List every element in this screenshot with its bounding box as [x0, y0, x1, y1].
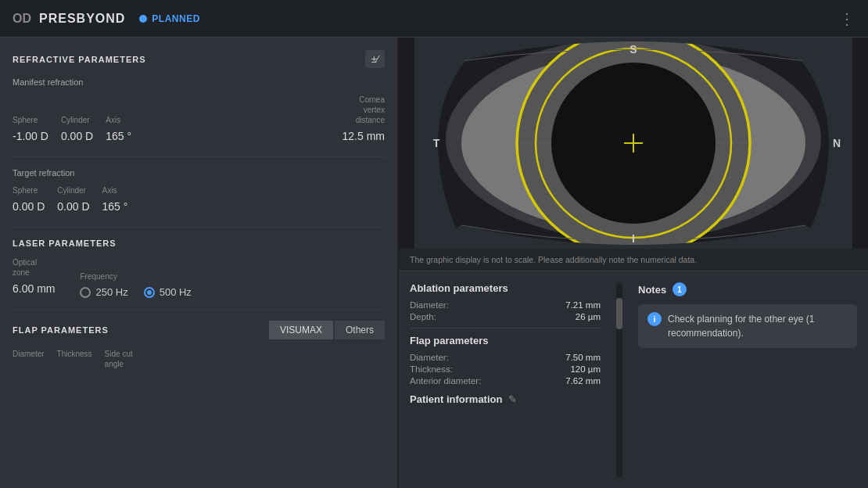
ablation-diameter-value: 7.21 mm [565, 300, 601, 310]
target-cylinder-value: 0.00 D [57, 197, 89, 216]
right-panel: S I T N The graphic display is not to sc… [399, 38, 868, 488]
frequency-group: Frequency 250 Hz 500 Hz [80, 271, 191, 298]
note-card: i Check planning for the other eye (1 re… [638, 304, 857, 348]
flap-side-cut-group: Side cutangle [105, 349, 133, 369]
laser-params-row: Opticalzone 6.00 mm Frequency 250 Hz 500… [13, 257, 385, 298]
eye-note: The graphic display is not to scale. Ple… [399, 249, 868, 271]
tab-visumax[interactable]: VISUMAX [269, 321, 333, 339]
edit-icon[interactable]: ✎ [508, 393, 517, 405]
refractive-toggle-btn[interactable]: ±∕ [365, 50, 385, 68]
flap-thickness-group: Thickness [57, 349, 92, 369]
manifest-sphere-value: -1.00 D [13, 127, 48, 145]
header-status: PLANNED [139, 13, 200, 24]
flap-thickness-label-r: Thickness: [410, 364, 453, 374]
eye-diagram: S I T N [399, 38, 868, 249]
target-cylinder-group: Cylinder 0.00 D [57, 185, 89, 216]
info-area: Ablation parameters Diameter: 7.21 mm De… [399, 271, 868, 488]
patient-info-row: Patient information ✎ [410, 393, 601, 405]
ablation-depth-value: 26 µm [576, 312, 601, 321]
status-dot [139, 15, 147, 23]
ablation-depth-row: Depth: 26 µm [410, 312, 601, 321]
header-od: OD [13, 12, 31, 26]
laser-section-title: LASER PARAMETERS [13, 239, 385, 248]
manifest-refraction-label: Manifest refraction [13, 77, 385, 87]
flap-section: FLAP PARAMETERS VISUMAX Others Diameter … [13, 321, 385, 369]
ablation-section: Ablation parameters Diameter: 7.21 mm De… [410, 282, 601, 477]
flap-diameter-group: Diameter [13, 349, 45, 369]
flap-thickness-label: Thickness [57, 349, 92, 359]
note-text: Check planning for the other eye (1 reco… [668, 312, 848, 340]
target-params-row: Sphere 0.00 D Cylinder 0.00 D Axis 165 ° [13, 185, 385, 216]
target-sphere-group: Sphere 0.00 D [13, 185, 45, 216]
flap-diameter-label-r: Diameter: [410, 353, 449, 362]
optical-zone-group: Opticalzone 6.00 mm [13, 257, 55, 298]
patient-info-label: Patient information [410, 393, 502, 405]
menu-icon[interactable]: ⋮ [839, 9, 855, 28]
refractive-section: REFRACTIVE PARAMETERS ±∕ Manifest refrac… [13, 50, 385, 216]
manifest-cylinder-group: Cylinder 0.00 D [61, 115, 93, 145]
flap-thickness-value-r: 120 µm [570, 364, 601, 374]
notes-badge: 1 [673, 282, 687, 296]
manifest-axis-group: Axis 165 ° [106, 115, 131, 145]
freq-250-option[interactable]: 250 Hz [80, 286, 127, 298]
flap-tabs: VISUMAX Others [269, 321, 385, 339]
scroll-track[interactable] [616, 282, 622, 477]
manifest-sphere-label: Sphere [13, 115, 48, 125]
freq-250-label: 250 Hz [95, 286, 127, 298]
manifest-axis-value: 165 ° [106, 127, 131, 145]
manifest-cylinder-value: 0.00 D [61, 127, 93, 145]
refractive-section-title: REFRACTIVE PARAMETERS ±∕ [13, 50, 385, 68]
section-divider-1 [13, 227, 385, 228]
ablation-diameter-label: Diameter: [410, 300, 449, 310]
frequency-label: Frequency [80, 271, 191, 282]
cornea-vertex-group: Corneavertexdistance 12.5 mm [343, 95, 385, 145]
flap-diameter-value-r: 7.50 mm [565, 353, 601, 362]
cornea-vertex-label: Corneavertexdistance [343, 95, 385, 125]
flap-anterior-diameter-value: 7.62 mm [565, 376, 601, 386]
manifest-sphere-group: Sphere -1.00 D [13, 115, 48, 145]
freq-500-label: 500 Hz [160, 286, 192, 298]
flap-diameter-row: Diameter: 7.50 mm [410, 353, 601, 362]
status-label: PLANNED [152, 13, 200, 24]
freq-250-radio[interactable] [80, 287, 91, 298]
left-panel: REFRACTIVE PARAMETERS ±∕ Manifest refrac… [0, 38, 399, 488]
manifest-cylinder-label: Cylinder [61, 115, 93, 125]
notes-section: Notes 1 i Check planning for the other e… [638, 282, 857, 477]
target-axis-label: Axis [102, 185, 128, 196]
flap-sub-row: Diameter Thickness Side cutangle [13, 349, 385, 369]
flap-anterior-diameter-row: Anterior diameter: 7.62 mm [410, 376, 601, 386]
info-divider [410, 328, 601, 328]
scroll-thumb[interactable] [616, 298, 622, 329]
note-info-icon: i [647, 312, 662, 326]
freq-500-radio[interactable] [144, 287, 155, 298]
target-sphere-value: 0.00 D [13, 197, 45, 216]
manifest-axis-label: Axis [106, 115, 131, 125]
target-axis-value: 165 ° [102, 197, 128, 216]
header-title: PRESBYOND [39, 12, 125, 26]
cornea-vertex-value: 12.5 mm [343, 127, 385, 145]
notes-title: Notes [638, 284, 666, 296]
section-divider-2 [13, 309, 385, 310]
frequency-options: 250 Hz 500 Hz [80, 286, 191, 298]
optical-zone-value: 6.00 mm [13, 279, 55, 298]
flap-header: FLAP PARAMETERS VISUMAX Others [13, 321, 385, 339]
ablation-depth-label: Depth: [410, 312, 436, 321]
svg-text:S: S [629, 43, 637, 56]
optical-zone-label: Opticalzone [13, 257, 55, 278]
notes-header: Notes 1 [638, 282, 857, 296]
target-refraction-label: Target refraction [13, 168, 385, 178]
manifest-params-row: Sphere -1.00 D Cylinder 0.00 D Axis 165 … [13, 95, 385, 145]
tab-others[interactable]: Others [335, 321, 385, 339]
freq-500-option[interactable]: 500 Hz [144, 286, 192, 298]
svg-text:T: T [433, 137, 440, 149]
svg-text:I: I [632, 232, 635, 245]
ablation-diameter-row: Diameter: 7.21 mm [410, 300, 601, 310]
flap-right-title: Flap parameters [410, 335, 601, 346]
target-cylinder-label: Cylinder [57, 185, 89, 196]
eye-svg: S I T N [399, 38, 868, 249]
target-sphere-label: Sphere [13, 185, 45, 196]
refraction-divider [13, 156, 385, 157]
flap-side-cut-label: Side cutangle [105, 349, 133, 369]
ablation-title: Ablation parameters [410, 282, 601, 294]
laser-section: LASER PARAMETERS Opticalzone 6.00 mm Fre… [13, 239, 385, 298]
